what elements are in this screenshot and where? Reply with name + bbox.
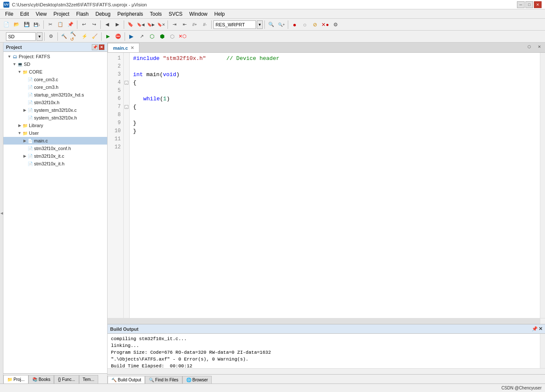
build-tab-output[interactable]: 🔨 Build Output [108,376,145,383]
build-output-pin-button[interactable]: 📌 [532,326,538,332]
debug-insert-bp[interactable]: ● [290,20,299,29]
tree-item-library[interactable]: ▶ 📁 Library [3,122,107,129]
enable-bp-button[interactable]: ⬢ [157,32,167,41]
nav-back-button[interactable]: ◀ [102,20,112,29]
menu-flash[interactable]: Flash [73,9,92,18]
tree-item-system-c[interactable]: ▶ 📄 system_stm32f10x.c [3,106,107,114]
toggle-system-c[interactable]: ▶ [22,108,27,113]
toggle-sd[interactable]: ▼ [12,62,17,67]
editor-close-all-button[interactable]: ✕ [535,43,544,51]
close-button[interactable]: ✕ [534,1,542,8]
project-close-button[interactable]: ✕ [99,44,105,50]
left-collapse-strip[interactable]: ◀ [0,43,3,383]
tree-item-it-c[interactable]: ▶ 📄 stm32f10x_it.c [3,152,107,160]
build-output-close-button[interactable]: ✕ [539,326,542,332]
editor-horizontal-scrollbar[interactable] [108,318,545,324]
tree-item-core[interactable]: ▼ 📁 CORE [3,68,107,76]
tree-item-sd[interactable]: ▼ 💻 SD [3,60,107,68]
res-dropdown-arrow[interactable]: ▼ [257,20,263,29]
proj-tab-templates[interactable]: Tem... [79,375,98,383]
menu-tools[interactable]: Tools [147,9,165,18]
clear-bp-button[interactable]: ✕⬡ [178,32,187,41]
uncomment-button[interactable]: //- [200,20,210,29]
tree-item-main-c[interactable]: ▶ 📄 main.c [3,137,107,145]
editor-tab-main-c[interactable]: main.c ✕ [108,43,139,52]
disable-bp-button[interactable]: ⬡ [167,32,177,41]
toggle-core[interactable]: ▼ [17,69,22,74]
comment-button[interactable]: //+ [190,20,199,29]
editor-vertical-scrollbar[interactable] [540,53,545,318]
nav-forward-button[interactable]: ▶ [113,20,122,29]
rebuild-button[interactable]: 🔨↺ [70,32,79,41]
paste-button[interactable]: 📌 [66,20,75,29]
menu-view[interactable]: View [32,9,50,18]
settings-button[interactable]: ⚙ [46,32,56,41]
target-dropdown-arrow[interactable]: ▼ [37,32,43,41]
menu-edit[interactable]: Edit [17,9,32,18]
build-tab-find[interactable]: 🔍 Find In Files [145,376,182,383]
save-all-button[interactable]: 💾↓ [32,20,42,29]
menu-svcs[interactable]: SVCS [165,9,186,18]
run-to-cursor-button[interactable]: ↗ [137,32,146,41]
toggle-project[interactable]: ▼ [7,54,12,59]
build-tab-browser[interactable]: 🌐 Browser [182,376,212,383]
menu-help[interactable]: Help [211,9,228,18]
bookmark-clear-button[interactable]: 🔖✕ [156,20,166,29]
proj-tab-funcs[interactable]: {} Func... [54,375,79,383]
menu-window[interactable]: Window [186,9,211,18]
new-file-button[interactable]: 📄 [2,20,11,29]
menu-peripherals[interactable]: Peripherals [114,9,147,18]
indent-button[interactable]: ⇥ [170,20,179,29]
fold-marker-4[interactable]: - [125,81,128,85]
batch-build-button[interactable]: ⚡ [80,32,89,41]
bookmark-prev-button[interactable]: 🔖◀ [136,20,145,29]
minimize-button[interactable]: ─ [517,1,525,8]
editor-float-button[interactable]: ⬡ [525,43,534,51]
open-file-button[interactable]: 📂 [12,20,21,29]
clean-button[interactable]: 🧹 [90,32,99,41]
tree-item-conf-h[interactable]: 📄 stm32f10x_conf.h [3,145,107,152]
maximize-button[interactable]: □ [525,1,533,8]
build-button[interactable]: 🔨 [60,32,69,41]
save-file-button[interactable]: 💾 [22,20,31,29]
res-dropdown[interactable]: RES_WRPRT [213,20,256,29]
project-pin-button[interactable]: 📌 [92,44,98,50]
unindent-button[interactable]: ⇤ [180,20,189,29]
menu-file[interactable]: File [2,9,17,18]
tree-item-user[interactable]: ▼ 📁 User [3,129,107,137]
find-button[interactable]: 🔍 [267,20,276,29]
build-output-content[interactable]: compiling stm32f10x_it.c... linking... P… [108,334,540,368]
toggle-library[interactable]: ▶ [17,123,22,128]
toggle-main-c[interactable]: ▶ [22,138,27,143]
tree-item-startup[interactable]: 📄 startup_stm32f10x_hd.s [3,91,107,99]
proj-tab-project[interactable]: 📁 Proj... [3,375,28,383]
start-debug-button[interactable]: ▶ [127,32,136,41]
build-horizontal-scrollbar[interactable] [108,368,545,374]
tree-item-stm32f10x-h[interactable]: 📄 stm32f10x.h [3,99,107,106]
menu-project[interactable]: Project [50,9,73,18]
stop-build-button[interactable]: ⛔ [114,32,123,41]
copy-button[interactable]: 📋 [56,20,65,29]
proj-tab-books[interactable]: 📚 Books [28,375,54,383]
redo-button[interactable]: ↪ [89,20,99,29]
cut-button[interactable]: ✂ [45,20,55,29]
insert-bp-button[interactable]: ⬡ [147,32,156,41]
tree-item-it-h[interactable]: 📄 stm32f10x_it.h [3,160,107,168]
undo-button[interactable]: ↩ [79,20,88,29]
menu-debug[interactable]: Debug [92,9,114,18]
tree-item-core-cm3-h[interactable]: 📄 core_cm3.h [3,83,107,91]
tree-item-core-cm3-c[interactable]: 📄 core_cm3.c [3,76,107,83]
debug-enable-bp[interactable]: ○ [300,20,309,29]
build-vertical-scrollbar[interactable] [540,334,545,368]
toggle-it-c[interactable]: ▶ [22,153,27,159]
bookmark-button[interactable]: 🔖 [126,20,135,29]
debug-kill-all-bp[interactable]: ✕● [321,20,330,29]
code-content[interactable]: #include "stm32f10x.h" // Device header … [130,53,540,318]
tree-item-project[interactable]: ▼ 🗂 Project: FATFS [3,53,107,60]
translate-button[interactable]: ▶ [103,32,113,41]
find-in-files-button[interactable]: 🔍+ [277,20,286,29]
toggle-user[interactable]: ▼ [17,131,22,136]
editor-tab-close[interactable]: ✕ [131,45,134,50]
bookmark-next-button[interactable]: 🔖▶ [146,20,156,29]
magic-wand-button[interactable]: ⚙ [331,20,340,29]
